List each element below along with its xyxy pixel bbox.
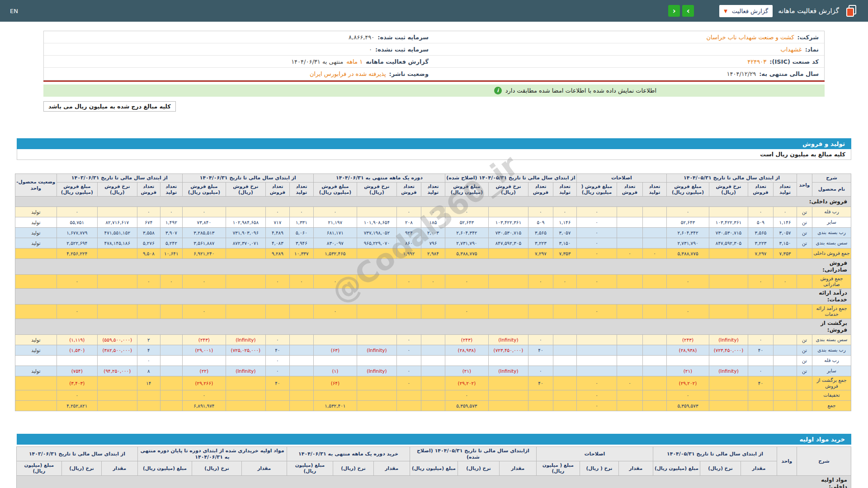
value-cell	[709, 249, 748, 259]
column-header: از ابتدای سال مالی تا تاریخ ۱۴۰۳/۰۶/۳۱	[16, 446, 137, 461]
value-cell	[774, 345, 797, 355]
value-cell	[357, 400, 396, 411]
row-label: جمع فروش داخلی	[812, 249, 851, 259]
column-header: مبلغ (میلیون ریال)	[137, 461, 192, 475]
value-cell	[617, 275, 642, 289]
value-cell	[709, 275, 748, 289]
value-cell	[15, 275, 57, 289]
value-cell	[160, 400, 182, 411]
column-header: از ابتدای سال مالی تا تاریخ ۱۴۰۴/۰۵/۳۱ (…	[445, 174, 576, 183]
value-cell	[160, 366, 182, 376]
value-cell: ۰	[313, 275, 357, 289]
value-cell: (۵۵۹,۵۰۰,۰۰۰)	[97, 334, 137, 345]
report-type-dropdown[interactable]: گزارش فعالیت ▼	[719, 5, 773, 17]
value-cell	[421, 390, 445, 400]
value-cell: ۰	[576, 376, 617, 390]
value-cell	[396, 305, 421, 319]
info-cell-symbol: نماد: غشهداب	[434, 46, 824, 53]
value-cell: ۰	[289, 275, 313, 289]
value-cell	[313, 334, 357, 345]
value-cell: ۳,۹۴۶	[289, 238, 313, 249]
column-header: مواد اولیه خریداری شده از ابتدای دوره تا…	[137, 446, 287, 461]
value-cell: ۱۰۲,۹۸۴,۶۵۸	[226, 217, 265, 228]
value-cell	[182, 355, 226, 366]
column-header: اصلاحات	[576, 174, 666, 183]
value-cell	[488, 355, 528, 366]
value-cell	[265, 305, 289, 319]
report-icon[interactable]	[844, 4, 858, 18]
field-label: وضعیت ناشر:	[389, 70, 429, 77]
value-cell	[97, 400, 137, 411]
section-row: فروش داخلی:	[15, 197, 851, 207]
value-cell: ۳,۹۰۷	[160, 228, 182, 238]
value-cell: ۴	[137, 345, 160, 355]
value-cell: (۹۴,۲۵۰,۰۰۰)	[97, 366, 137, 376]
value-cell	[421, 355, 445, 366]
value-cell	[553, 305, 576, 319]
value-cell	[797, 376, 812, 390]
value-cell: ۸۲,۷۱۶,۶۱۷	[97, 217, 137, 228]
row-label: سس بسته بندی	[812, 334, 851, 345]
column-header: نرخ فروش (ریال)	[97, 182, 137, 196]
value-cell	[226, 390, 265, 400]
value-cell	[226, 275, 265, 289]
value-cell	[642, 305, 666, 319]
isic-code-link[interactable]: ۴۲۴۹۰۳	[747, 58, 766, 65]
column-header: نرخ (ریال)	[192, 461, 241, 475]
value-cell: ۸۴۷,۵۹۲,۳۰۵	[709, 238, 748, 249]
column-header: اصلاحات	[536, 446, 653, 461]
table-row: رب فلهتن۰۰	[15, 355, 851, 366]
column-header: مقدار	[618, 461, 653, 475]
value-cell: ۵,۳۵۹,۵۷۳	[666, 400, 709, 411]
value-cell: ۲,۷۳۱,۷۹۰	[666, 238, 709, 249]
value-cell	[774, 366, 797, 376]
banner-text: اطلاعات نمایش داده شده با اطلاعات امضا ش…	[505, 87, 656, 94]
value-cell	[357, 376, 396, 390]
amounts-note-wrap: کلیه مبالغ درج شده به میلیون ریال می باش…	[43, 101, 825, 112]
value-cell	[15, 376, 57, 390]
report-nav: › ‹	[668, 5, 694, 17]
value-cell	[748, 390, 774, 400]
value-cell	[97, 390, 137, 400]
column-header: مبلغ (میلیون ریال)	[653, 461, 700, 475]
dropdown-selected-label: گزارش فعالیت	[732, 8, 768, 14]
value-cell	[357, 334, 396, 345]
column-header: مبلغ فروش (میلیون ریال)	[445, 182, 488, 196]
symbol-link[interactable]: غشهداب	[781, 46, 802, 53]
value-cell	[642, 217, 666, 228]
value-cell: تولید	[15, 334, 57, 345]
next-report-button[interactable]: ›	[682, 5, 694, 17]
value-cell	[617, 345, 642, 355]
column-header: تعداد فروش	[265, 182, 289, 196]
info-cell-report-period: گزارش فعالیت ماهانه ۱ ماهه منتهی به ۱۴۰۴…	[44, 58, 434, 65]
value-cell: ۵,۰۶۰	[289, 228, 313, 238]
value-cell: ۱,۱۴۶	[774, 217, 797, 228]
value-cell: ۹۲۴	[396, 228, 421, 238]
prev-report-button[interactable]: ‹	[668, 5, 680, 17]
row-label: جمع برگشت از فروش	[812, 376, 851, 390]
section-header-production-sales: تولید و فروش	[17, 138, 851, 149]
value-cell: ۶,۹۲۱,۲۴۰	[182, 249, 226, 259]
value-cell: ۰	[182, 390, 226, 400]
column-header: مقدار	[101, 461, 137, 475]
value-cell	[576, 366, 617, 376]
column-header: از ابتدای سال مالی تا تاریخ ۱۴۰۴/۰۶/۳۱	[182, 174, 313, 183]
column-header: ازابتدای سال مالی تا تاریخ ۱۴۰۴/۰۵/۳۱ (ا…	[410, 446, 536, 461]
value-cell	[642, 355, 666, 366]
value-cell: تولید	[15, 366, 57, 376]
value-cell: ۱,۵۳۲,۴۰۱	[313, 400, 357, 411]
value-cell: ۱۰۱,۹۰۸,۶۵۴	[357, 217, 396, 228]
language-toggle[interactable]: EN	[10, 8, 18, 14]
value-cell: (۲۸,۹۳۸)	[445, 345, 488, 355]
value-cell: ۰	[576, 228, 617, 238]
column-header: از ابتدای سال مالی تا تاریخ ۱۴۰۳/۰۶/۳۱	[57, 174, 182, 183]
value-cell	[265, 400, 289, 411]
column-header: از ابتدای سال مالی تا تاریخ ۱۴۰۴/۰۵/۳۱	[653, 446, 777, 461]
value-cell: ۰	[160, 207, 182, 217]
company-name-link[interactable]: کشت و صنعت شهداب ناب خراسان	[707, 34, 794, 41]
value-cell: ۶۷۴	[137, 217, 160, 228]
value-cell: (Infinity)	[226, 366, 265, 376]
value-cell: ۴۰	[265, 376, 289, 390]
value-cell: ۰	[265, 355, 289, 366]
value-cell: ۰	[576, 249, 617, 259]
